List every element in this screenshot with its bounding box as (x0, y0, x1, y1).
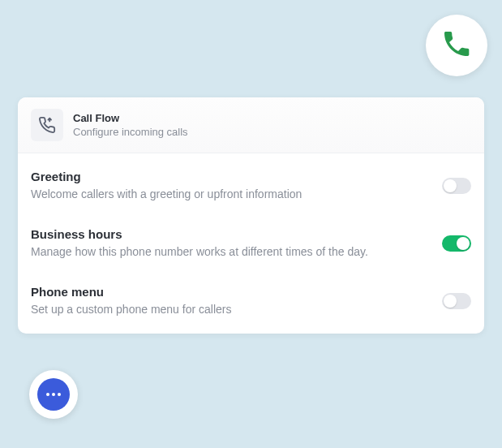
card-title: Call Flow (73, 112, 188, 124)
row-title: Business hours (31, 227, 429, 241)
phone-icon (440, 28, 473, 63)
card-header: Call Flow Configure incoming calls (18, 97, 484, 153)
row-title: Phone menu (31, 285, 429, 299)
row-desc: Manage how this phone number works at di… (31, 244, 429, 259)
row-desc: Welcome callers with a greeting or upfro… (31, 187, 429, 201)
toggle-phone-menu[interactable] (442, 293, 471, 309)
chat-icon (37, 378, 70, 411)
row-title: Greeting (31, 170, 429, 183)
row-desc: Set up a custom phone menu for callers (31, 302, 429, 317)
card-subtitle: Configure incoming calls (73, 126, 188, 138)
row-phone-menu: Phone menu Set up a custom phone menu fo… (18, 275, 484, 333)
phone-fab[interactable] (426, 15, 487, 76)
call-flow-icon (31, 109, 63, 141)
toggle-business-hours[interactable] (442, 235, 471, 252)
row-business-hours: Business hours Manage how this phone num… (18, 218, 484, 275)
toggle-greeting[interactable] (442, 178, 471, 194)
row-greeting: Greeting Welcome callers with a greeting… (18, 153, 484, 218)
call-flow-card: Call Flow Configure incoming calls Greet… (18, 97, 484, 334)
chat-fab[interactable] (29, 370, 78, 419)
